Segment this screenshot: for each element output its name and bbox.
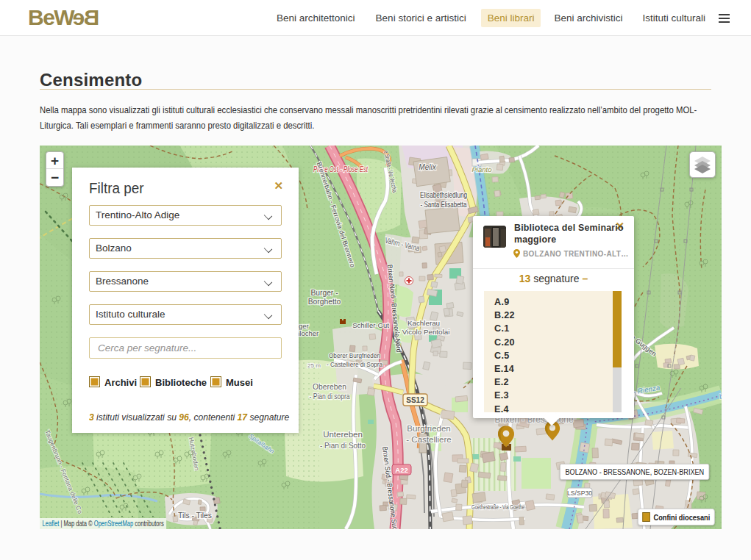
svg-text:- Santa Elisabetta: - Santa Elisabetta bbox=[421, 201, 467, 209]
svg-text:Kachlerau: Kachlerau bbox=[407, 319, 440, 327]
svg-text:Goethestraße - Via Goethe: Goethestraße - Via Goethe bbox=[471, 503, 524, 511]
svg-text:Pianto: Pianto bbox=[472, 165, 492, 173]
svg-text:Oberer Burgfrieden: Oberer Burgfrieden bbox=[329, 351, 380, 359]
svg-text:Schiller-Gut: Schiller-Gut bbox=[352, 321, 389, 329]
svg-text:Burgfrieden: Burgfrieden bbox=[407, 424, 450, 433]
svg-text:LS/SP30: LS/SP30 bbox=[567, 489, 592, 497]
svg-text:- Vicolo Pentolai: - Vicolo Pentolai bbox=[398, 328, 450, 336]
svg-text:- Castelliere: - Castelliere bbox=[406, 435, 451, 444]
svg-text:- Pian di Sotto: - Pian di Sotto bbox=[320, 441, 366, 450]
svg-text:SS12: SS12 bbox=[406, 396, 424, 404]
svg-text:- Castelliere di Sopra: - Castelliere di Sopra bbox=[327, 360, 382, 368]
svg-text:Borghetto: Borghetto bbox=[308, 298, 341, 306]
svg-text:25 m: 25 m bbox=[307, 362, 321, 369]
svg-text:Burger -: Burger - bbox=[310, 289, 338, 297]
svg-text:nlocher: nlocher bbox=[296, 329, 318, 337]
svg-text:Tils - Tiles: Tils - Tiles bbox=[178, 511, 212, 520]
svg-text:Obereben: Obereben bbox=[313, 383, 346, 391]
svg-text:- Pian di sopra: - Pian di sopra bbox=[310, 392, 350, 401]
svg-text:Untereben: Untereben bbox=[323, 430, 363, 439]
svg-text:A22: A22 bbox=[395, 466, 407, 474]
svg-text:Melix: Melix bbox=[419, 163, 436, 171]
svg-text:Elisabethsiedlung: Elisabethsiedlung bbox=[420, 191, 467, 199]
